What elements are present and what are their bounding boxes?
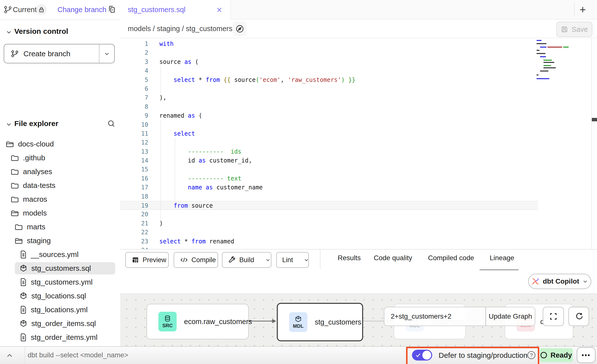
code-line[interactable]: 11 select: [120, 129, 538, 138]
copy-icon[interactable]: [107, 5, 116, 14]
tree-item-marts[interactable]: marts: [0, 220, 120, 234]
tree-item-stg-locations-sql[interactable]: stg_locations.sql: [0, 289, 120, 303]
code-line[interactable]: 23select * from renamed: [120, 237, 538, 246]
code-line[interactable]: 15: [120, 165, 538, 174]
code-line[interactable]: 8: [120, 102, 538, 111]
tab-code-quality[interactable]: Code quality: [374, 254, 412, 262]
divider: [320, 250, 320, 269]
build-dropdown[interactable]: [260, 253, 276, 267]
lineage-node-stg-customers[interactable]: MDL stg_customers: [277, 303, 363, 341]
code-line[interactable]: 7),: [120, 93, 538, 102]
lint-button[interactable]: Lint: [276, 252, 309, 268]
defer-toggle[interactable]: [412, 350, 432, 361]
build-button[interactable]: Build: [222, 252, 271, 268]
tree-item-stg-customers-yml[interactable]: stg_customers.yml: [0, 275, 120, 289]
code-line[interactable]: 24: [120, 246, 538, 249]
defer-label: Defer to staging/production: [439, 351, 527, 360]
file-explorer-chevron-icon[interactable]: [5, 121, 12, 128]
tree-item-stg-order-items-yml[interactable]: stg_order_items.yml: [0, 330, 120, 344]
tree-item--sources-yml[interactable]: __sources.yml: [0, 248, 120, 261]
command-input[interactable]: dbt build --select <model_name>: [28, 351, 128, 359]
code-line[interactable]: 6: [120, 84, 538, 93]
code-line[interactable]: 9renamed as (: [120, 111, 538, 120]
new-tab-button[interactable]: +: [577, 3, 589, 16]
lint-dropdown[interactable]: [298, 253, 314, 267]
refresh-button[interactable]: [568, 307, 589, 326]
save-label: Save: [572, 25, 588, 34]
tree-item-analyses[interactable]: analyses: [0, 165, 120, 179]
lineage-selector-bar: 2+stg_customers+2 Update Graph: [384, 307, 535, 326]
branch-bar: Current Change branch: [0, 0, 120, 20]
code-line[interactable]: 2: [120, 48, 538, 57]
tab-compiled-code[interactable]: Compiled code: [428, 254, 474, 262]
tree-item-data-tests[interactable]: data-tests: [0, 179, 120, 192]
code-line[interactable]: 10: [120, 120, 538, 129]
compass-icon: [235, 24, 244, 33]
code-lines[interactable]: 1with23source as (45 select * from {{ so…: [120, 39, 538, 249]
fullscreen-button[interactable]: [543, 307, 564, 326]
more-menu-button[interactable]: •••: [577, 347, 596, 363]
code-text: from source: [159, 201, 213, 210]
scrollbar-thumb[interactable]: [592, 118, 597, 121]
tree-item-stg-locations-yml[interactable]: stg_locations.yml: [0, 303, 120, 317]
code-line[interactable]: 4: [120, 66, 538, 75]
tab-stg-customers[interactable]: stg_customers.sql: [120, 0, 231, 19]
code-line[interactable]: 14 id as customer_id,: [120, 156, 538, 165]
code-line[interactable]: 3source as (: [120, 57, 538, 66]
save-button[interactable]: Save: [556, 22, 592, 37]
tree-item-label: docs-cloud: [18, 140, 54, 148]
close-icon[interactable]: [216, 6, 223, 14]
version-control-title: Version control: [14, 27, 68, 36]
tree-item-label: models: [23, 209, 47, 217]
code-line[interactable]: 5 select * from {{ source('ecom', 'raw_c…: [120, 75, 538, 84]
version-control-chevron-icon[interactable]: [5, 29, 12, 36]
code-text: id as customer_id,: [159, 156, 252, 165]
help-icon[interactable]: ?: [527, 351, 535, 359]
compile-button[interactable]: Compile: [174, 252, 218, 268]
code-line[interactable]: 17 name as customer_name: [120, 183, 538, 192]
toggle-knob: [422, 351, 431, 360]
change-branch-link[interactable]: Change branch: [57, 6, 106, 14]
code-text: ),: [159, 93, 167, 102]
dbt-copilot-button[interactable]: dbt Copilot: [528, 274, 591, 289]
folder-icon: [11, 195, 19, 203]
tree-item-stg-customers-sql[interactable]: stg_customers.sql: [0, 261, 120, 275]
line-number: 3: [120, 57, 148, 66]
line-number: 19: [120, 201, 148, 210]
lineage-selector-input[interactable]: 2+stg_customers+2: [384, 307, 485, 326]
code-line[interactable]: 16 ---------- text: [120, 174, 538, 183]
search-icon[interactable]: [107, 119, 116, 128]
tree-item--github[interactable]: .github: [0, 151, 120, 165]
tab-results[interactable]: Results: [338, 254, 361, 262]
minimap[interactable]: [537, 40, 583, 84]
chevron-up-icon[interactable]: [6, 352, 13, 359]
cube-icon: [19, 319, 27, 328]
source-badge: SRC: [158, 312, 177, 331]
code-text: ): [159, 219, 163, 228]
create-branch-button[interactable]: Create branch: [4, 44, 115, 63]
update-graph-button[interactable]: Update Graph: [486, 307, 535, 326]
tree-item-macros[interactable]: macros: [0, 192, 120, 206]
tree-item-staging[interactable]: staging: [0, 234, 120, 248]
code-line-active[interactable]: 19 from source: [120, 201, 538, 210]
indent-guide: [160, 120, 161, 219]
tab-lineage[interactable]: Lineage: [490, 254, 514, 262]
badge-label: SRC: [162, 323, 173, 328]
line-number: 20: [120, 210, 148, 219]
tree-item-models[interactable]: models: [0, 206, 120, 220]
tree-item-label: stg_locations.sql: [31, 292, 86, 300]
code-line[interactable]: 12: [120, 138, 538, 147]
code-line[interactable]: 20: [120, 210, 538, 219]
folder-icon: [11, 154, 19, 162]
code-line[interactable]: 22: [120, 228, 538, 237]
tree-item-docs-cloud[interactable]: docs-cloud: [0, 137, 120, 151]
code-line[interactable]: 21): [120, 219, 538, 228]
code-line[interactable]: 1with: [120, 39, 538, 48]
lineage-node-source[interactable]: SRC ecom.raw_customers: [147, 304, 249, 339]
tree-item-stg-order-items-sql[interactable]: stg_order_items.sql: [0, 317, 120, 330]
preview-button[interactable]: Preview: [125, 252, 169, 268]
create-branch-dropdown[interactable]: [99, 44, 114, 63]
navigate-chip[interactable]: [233, 22, 247, 36]
code-line[interactable]: 13 ---------- ids: [120, 147, 538, 156]
code-line[interactable]: 18: [120, 192, 538, 201]
